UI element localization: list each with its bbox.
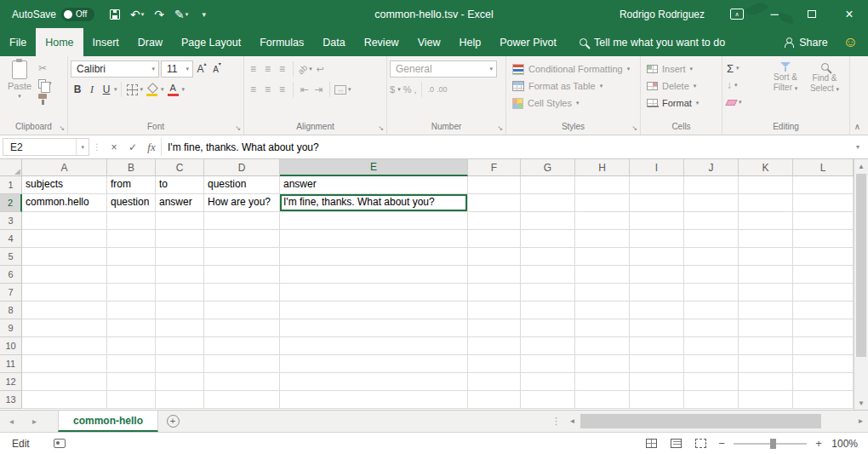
undo-button[interactable]: ↶▾: [127, 3, 147, 26]
row-header-2[interactable]: 2: [0, 194, 22, 212]
align-middle-button[interactable]: ≡: [261, 63, 274, 75]
wrap-text-button[interactable]: ↩: [314, 64, 327, 75]
scroll-down-button[interactable]: ▼: [854, 396, 868, 410]
align-center-button[interactable]: ≡: [261, 83, 274, 95]
cell-D12[interactable]: [204, 373, 280, 391]
user-name[interactable]: Rodrigo Rodriguez: [620, 9, 705, 20]
save-button[interactable]: [105, 3, 125, 26]
cell-A11[interactable]: [22, 355, 107, 373]
cell-F6[interactable]: [468, 266, 521, 284]
formula-bar-expand-icon[interactable]: ▾: [850, 143, 865, 151]
column-header-A[interactable]: A: [22, 159, 107, 176]
cell-B3[interactable]: [107, 212, 156, 230]
cell-H12[interactable]: [575, 373, 630, 391]
cell-E9[interactable]: [280, 319, 468, 337]
cell-C3[interactable]: [156, 212, 204, 230]
cell-J4[interactable]: [684, 230, 739, 248]
format-cells-button[interactable]: Format ▾: [643, 95, 719, 112]
column-header-H[interactable]: H: [575, 159, 630, 176]
merge-center-button[interactable]: ↔: [334, 85, 346, 95]
cell-D11[interactable]: [204, 355, 280, 373]
cell-A8[interactable]: [22, 302, 107, 319]
cell-E3[interactable]: [280, 212, 468, 230]
tab-draw[interactable]: Draw: [128, 28, 172, 56]
conditional-formatting-button[interactable]: Conditional Formatting ▾: [509, 60, 637, 78]
cell-C13[interactable]: [156, 391, 204, 409]
cell-E1[interactable]: answer: [280, 176, 468, 194]
maximize-button[interactable]: [793, 0, 831, 28]
cell-A3[interactable]: [22, 212, 107, 230]
cell-K1[interactable]: [739, 176, 793, 194]
redo-button[interactable]: ↷: [149, 3, 169, 26]
row-header-6[interactable]: 6: [0, 266, 22, 284]
tab-file[interactable]: File: [0, 28, 36, 56]
cell-D10[interactable]: [204, 337, 280, 355]
row-header-4[interactable]: 4: [0, 230, 22, 248]
row-header-12[interactable]: 12: [0, 373, 22, 391]
cell-J9[interactable]: [684, 319, 739, 337]
paste-button[interactable]: Paste ▾: [3, 59, 37, 121]
percent-style-button[interactable]: %: [403, 84, 412, 95]
cell-K7[interactable]: [739, 284, 793, 302]
name-box[interactable]: E2 ▾: [3, 138, 89, 156]
cell-E8[interactable]: [280, 302, 468, 319]
cell-K4[interactable]: [739, 230, 793, 248]
cell-C1[interactable]: to: [156, 176, 204, 194]
cell-L10[interactable]: [793, 337, 854, 355]
italic-button[interactable]: I: [85, 81, 99, 98]
paste-dropdown-icon[interactable]: ▾: [18, 93, 21, 100]
cell-G7[interactable]: [521, 284, 575, 302]
tab-view[interactable]: View: [408, 28, 450, 56]
cell-F7[interactable]: [468, 284, 521, 302]
cell-F2[interactable]: [468, 194, 521, 212]
align-bottom-button[interactable]: ≡: [276, 63, 288, 75]
cell-H8[interactable]: [575, 302, 630, 319]
zoom-slider-thumb[interactable]: [770, 439, 776, 449]
cell-A1[interactable]: subjects: [22, 176, 107, 194]
cell-A2[interactable]: common.hello: [22, 194, 107, 212]
cell-F1[interactable]: [468, 176, 521, 194]
ribbon-display-options-button[interactable]: ∧: [718, 0, 756, 28]
cell-I5[interactable]: [630, 248, 684, 266]
select-all-button[interactable]: ◢: [0, 159, 22, 176]
borders-button[interactable]: [125, 81, 140, 98]
cell-D3[interactable]: [204, 212, 280, 230]
cell-H7[interactable]: [575, 284, 630, 302]
scroll-up-button[interactable]: ▲: [854, 159, 868, 173]
cell-I6[interactable]: [630, 266, 684, 284]
sheet-tab-common-hello[interactable]: common-hello: [58, 411, 158, 432]
cell-L13[interactable]: [793, 391, 854, 409]
cell-F9[interactable]: [468, 319, 521, 337]
formula-input[interactable]: I'm fine, thanks. What about you?: [161, 138, 850, 156]
scroll-right-button[interactable]: ►: [854, 411, 868, 432]
cell-F8[interactable]: [468, 302, 521, 319]
insert-function-button[interactable]: fx: [142, 138, 161, 156]
enter-button[interactable]: ✓: [123, 138, 142, 156]
name-box-dropdown-icon[interactable]: ▾: [76, 139, 89, 155]
align-right-button[interactable]: ≡: [276, 83, 288, 95]
new-sheet-button[interactable]: +: [158, 411, 187, 432]
cell-L11[interactable]: [793, 355, 854, 373]
cell-K2[interactable]: [739, 194, 793, 212]
font-color-dropdown-icon[interactable]: ▾: [182, 86, 186, 93]
cell-G10[interactable]: [521, 337, 575, 355]
cell-I13[interactable]: [630, 391, 684, 409]
cell-F3[interactable]: [468, 212, 521, 230]
cell-A4[interactable]: [22, 230, 107, 248]
cell-J1[interactable]: [684, 176, 739, 194]
tab-formulas[interactable]: Formulas: [250, 28, 313, 56]
number-dialog-launcher[interactable]: ↘: [497, 124, 503, 132]
autosave-toggle[interactable]: AutoSave Off: [0, 8, 105, 21]
cell-J5[interactable]: [684, 248, 739, 266]
cell-B5[interactable]: [107, 248, 156, 266]
fill-dropdown-icon[interactable]: ▾: [734, 82, 738, 89]
page-layout-view-button[interactable]: [666, 435, 685, 452]
column-header-B[interactable]: B: [107, 159, 156, 176]
cell-C5[interactable]: [156, 248, 204, 266]
cell-I8[interactable]: [630, 302, 684, 319]
cell-K12[interactable]: [739, 373, 793, 391]
cell-H1[interactable]: [575, 176, 630, 194]
previous-sheet-button[interactable]: ◂: [0, 411, 23, 432]
cell-G2[interactable]: [521, 194, 575, 212]
pen-button[interactable]: ✎▾: [171, 3, 191, 26]
